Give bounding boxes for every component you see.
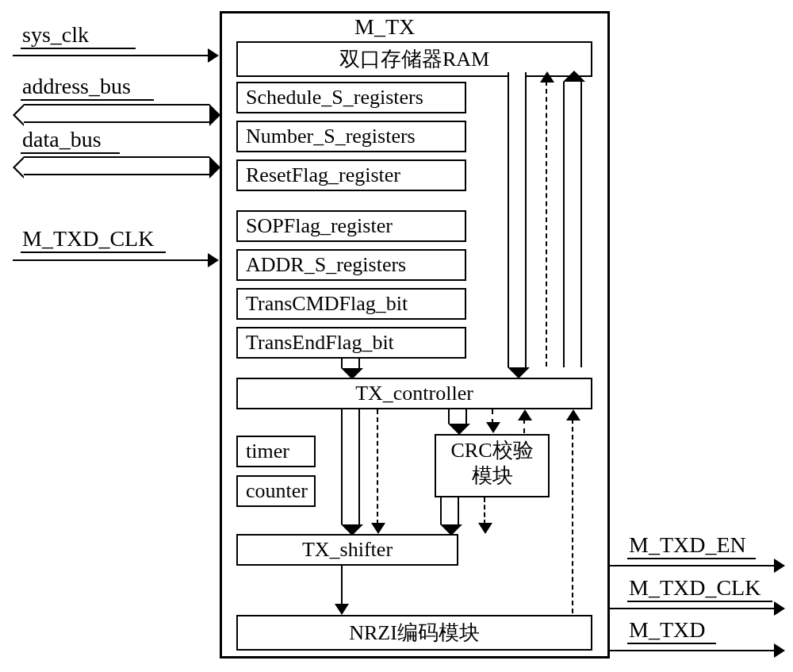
- address-bus-arrow: [24, 104, 209, 123]
- dash-up-1: [546, 81, 547, 367]
- underline: [21, 252, 166, 253]
- m-txd-en-arrow: [610, 565, 776, 566]
- nrzi-up-dash: [572, 419, 573, 613]
- ctrl-dash-down: [377, 409, 378, 524]
- m-txd-clk-in-arrow: [13, 259, 209, 261]
- m-txd-clk-in-label: M_TXD_CLK: [22, 226, 154, 252]
- underline: [21, 99, 154, 101]
- transcmd-block: TransCMDFlag_bit: [236, 288, 466, 320]
- underline: [21, 152, 120, 154]
- reg-to-ctrl-arrow: [341, 359, 360, 368]
- schedule-block: Schedule_S_registers: [236, 82, 466, 113]
- sys-clk-arrow: [13, 55, 209, 56]
- data-bus-arrow: [24, 156, 209, 175]
- underline: [627, 558, 756, 559]
- underline: [21, 48, 136, 49]
- main-title: M_TX: [354, 14, 415, 40]
- resetflag-block: ResetFlag_register: [236, 159, 466, 191]
- underline: [627, 643, 716, 644]
- sopflag-block: SOPFlag_register: [236, 210, 466, 242]
- transend-block: TransEndFlag_bit: [236, 327, 466, 359]
- addr-block: ADDR_S_registers: [236, 249, 466, 281]
- ctrl-to-crc: [448, 409, 467, 424]
- counter-block: counter: [236, 475, 316, 507]
- ram-block: 双口存储器RAM: [236, 41, 592, 77]
- m-txd-arrow: [610, 650, 776, 651]
- number-block: Number_S_registers: [236, 121, 466, 152]
- address-bus-label: address_bus: [22, 74, 131, 99]
- shifter-block: TX_shifter: [236, 534, 458, 566]
- controller-block: TX_controller: [236, 378, 592, 409]
- crc-to-shifter: [440, 497, 459, 524]
- controller-up-arrow: [563, 82, 582, 367]
- crc-ctrl-dash-up: [523, 419, 525, 433]
- ram-down-arrow: [508, 72, 527, 367]
- m-txd-label: M_TXD: [629, 617, 705, 643]
- shifter-to-nrzi: [341, 566, 343, 605]
- underline: [627, 601, 772, 602]
- timer-block: timer: [236, 436, 316, 467]
- crc-block: CRC校验模块: [435, 434, 550, 497]
- sys-clk-label: sys_clk: [22, 22, 89, 48]
- data-bus-label: data_bus: [22, 127, 102, 152]
- m-txd-clk-out-arrow: [610, 608, 776, 609]
- m-txd-clk-out-label: M_TXD_CLK: [629, 575, 760, 601]
- m-txd-en-label: M_TXD_EN: [629, 532, 746, 558]
- ctrl-crc-dash: [492, 409, 493, 424]
- crc-shifter-dash: [484, 497, 485, 524]
- ctrl-to-shifter-1: [341, 409, 360, 524]
- nrzi-block: NRZI编码模块: [236, 615, 592, 651]
